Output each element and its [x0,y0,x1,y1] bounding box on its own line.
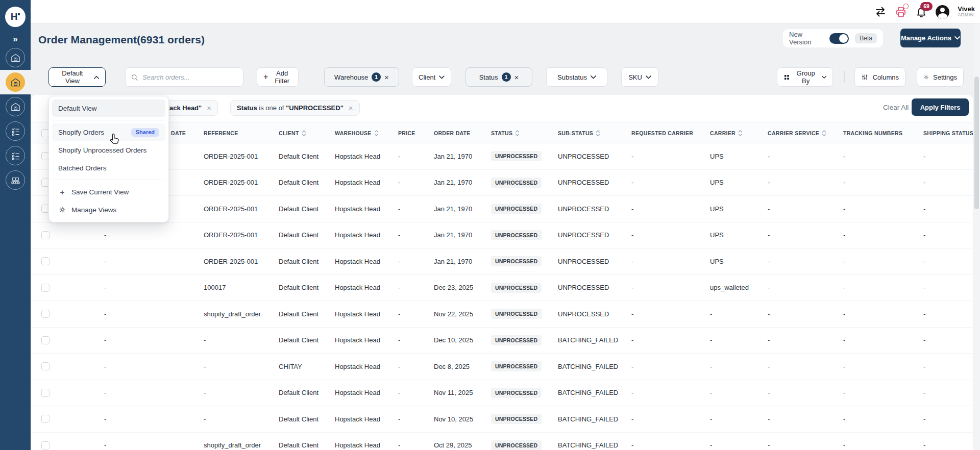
sidebar-item-3[interactable] [0,94,31,119]
clear-all-button[interactable]: Clear All [883,104,909,111]
sort-icon [302,130,306,137]
row-checkbox[interactable] [41,415,50,423]
status-badge: UNPROCESSED [491,230,542,240]
remove-chip-icon[interactable]: × [349,104,353,112]
table-row[interactable]: -ORDER-2025-001Default ClientHopstack He… [31,196,973,222]
row-checkbox[interactable] [41,310,50,318]
cell-carrier-service: - [768,389,843,396]
row-checkbox[interactable] [41,257,50,265]
view-menu-item-default-view[interactable]: Default View [52,99,165,117]
filter-button-sku[interactable]: SKU [621,67,658,87]
cell-status: UNPROCESSED [491,335,558,345]
cell-reference: 100017 [204,284,279,291]
sidebar-item-2-active[interactable] [0,70,31,94]
cell-client: Default Client [279,415,335,423]
remove-filter-icon[interactable]: × [384,73,389,81]
sort-icon [596,130,600,137]
cell-status: UNPROCESSED [491,204,558,214]
vertical-scrollbar[interactable] [973,23,980,450]
search-input[interactable] [142,73,238,81]
plus-icon: + [263,72,268,82]
cell-warehouse: Hopstack Head [335,284,398,291]
row-checkbox[interactable] [41,389,50,397]
table-row[interactable]: --CHITAYHopstack Head-Dec 8, 2025UNPROCE… [31,354,973,380]
sort-icon [374,130,379,137]
table-row[interactable]: -ORDER-2025-001Default ClientHopstack He… [31,248,973,275]
cell-warehouse: Hopstack Head [335,415,398,423]
row-checkbox[interactable] [41,336,50,344]
filter-button-substatus[interactable]: Substatus [546,67,607,87]
view-selector-button[interactable]: Default View [48,67,106,87]
beta-badge: Beta [855,33,877,43]
table-row[interactable]: -ORDER-2025-001Default ClientHopstack He… [31,170,973,196]
row-checkbox-cell [41,389,104,397]
user-avatar[interactable] [936,5,949,19]
hopstack-logo[interactable]: H [5,7,26,27]
view-menu-item-batched-orders[interactable]: Batched Orders [52,159,165,177]
user-block[interactable]: Vivek ADMIN [958,6,975,18]
cell-sub-status: BATCHING_FAILED [558,415,631,423]
add-filter-button[interactable]: + Add Filter [257,67,299,87]
manage-actions-button[interactable]: Manage Actions [900,29,961,47]
cell-order-date: Jan 21, 1970 [434,153,491,160]
cell-sub-status: UNPROCESSED [558,258,631,265]
cell-carrier: UPS [710,205,768,213]
remove-filter-icon[interactable]: × [514,73,519,81]
view-menu-item-shopify-orders[interactable]: Shopify OrdersShared [52,123,165,141]
main-content: Order Management(6931 orders) New Versio… [31,23,980,450]
table-row[interactable]: -ORDER-2025-001Default ClientHopstack He… [31,222,973,249]
column-header-requested-carrier: REQUESTED CARRIER [631,130,710,136]
table-row[interactable]: --Default ClientHopstack Head-Nov 11, 20… [31,380,973,407]
filter-button-client[interactable]: Client [412,67,451,87]
group-by-button[interactable]: Group By [777,67,833,87]
cell-carrier: - [710,389,768,396]
printer-icon[interactable] [895,6,907,18]
cell-price: - [398,153,434,160]
transfer-arrows-icon[interactable] [874,6,887,18]
table-row[interactable]: --Default ClientHopstack Head-Nov 10, 20… [31,406,973,433]
cell-order-date: Dec 10, 2025 [434,336,491,344]
table-row[interactable]: --Default ClientHopstack Head-Dec 10, 20… [31,328,973,354]
view-menu-action-manage-views[interactable]: Manage Views [52,201,165,218]
row-checkbox[interactable] [41,441,50,449]
table-row[interactable]: -shopify_draft_orderDefault ClientHopsta… [31,433,973,450]
cell-client: Default Client [279,389,335,396]
cell-hidden: - [104,310,171,318]
cell-order-date: Dec 23, 2025 [434,284,491,291]
cell-carrier-service: - [768,205,843,213]
column-header-label: CARRIER SERVICE [768,130,819,136]
new-version-toggle[interactable] [829,33,849,44]
filter-button-warehouse[interactable]: Warehouse1× [324,67,399,87]
filter-button-status[interactable]: Status1× [465,67,532,87]
table-row[interactable]: -shopify_draft_orderDefault ClientHopsta… [31,301,973,328]
sidebar-item-1[interactable] [0,45,31,70]
view-menu-item-shopify-unprocessed-orders[interactable]: Shopify Unprocessed Orders [52,141,165,159]
table-row[interactable]: -ORDER-2025-001Default ClientHopstack He… [31,143,973,170]
scrollbar-thumb[interactable] [974,77,979,209]
notifications-bell-icon[interactable]: 69 [915,6,927,18]
apply-filters-button[interactable]: Apply Filters [912,98,969,116]
cell-status: UNPROCESSED [491,388,558,398]
sidebar-item-4[interactable] [0,119,31,143]
user-name: Vivek [958,6,975,13]
settings-button[interactable]: Settings [917,67,964,87]
row-checkbox[interactable] [41,362,50,370]
sidebar-item-5[interactable] [0,143,31,168]
sidebar-expand-icon[interactable]: » [0,33,31,46]
remove-chip-icon[interactable]: × [207,104,211,112]
cell-carrier-service: - [768,441,843,449]
cell-status: UNPROCESSED [491,256,558,266]
columns-button[interactable]: Columns [854,67,905,87]
view-menu-action-save-current-view[interactable]: +Save Current View [52,183,165,201]
sidebar-item-6[interactable] [0,168,31,192]
warehouse-icon [6,48,25,67]
status-badge: UNPROCESSED [491,178,542,188]
cell-order-date: Nov 22, 2025 [434,310,491,318]
cell-carrier-service: - [768,153,843,160]
table-row[interactable]: -100017Default ClientHopstack Head-Dec 2… [31,275,973,302]
row-checkbox[interactable] [41,284,50,292]
row-checkbox[interactable] [41,231,50,239]
column-header-date: DATE [171,130,204,136]
cell-price: - [398,389,434,396]
view-menu-action-label: Manage Views [71,206,116,214]
